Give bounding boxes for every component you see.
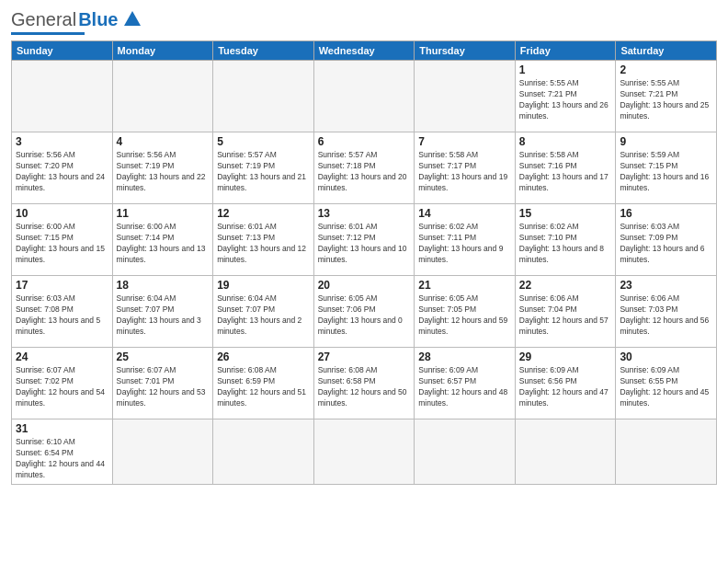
- day-header-monday: Monday: [112, 41, 213, 61]
- day-info: Sunrise: 5:55 AMSunset: 7:21 PMDaylight:…: [519, 78, 612, 122]
- calendar-cell: [313, 61, 415, 132]
- day-info: Sunrise: 6:02 AMSunset: 7:10 PMDaylight:…: [519, 222, 612, 266]
- day-info: Sunrise: 6:06 AMSunset: 7:03 PMDaylight:…: [620, 293, 712, 338]
- calendar-cell: 22Sunrise: 6:06 AMSunset: 7:04 PMDayligh…: [515, 276, 616, 348]
- day-number: 27: [318, 350, 411, 363]
- day-number: 19: [217, 279, 310, 292]
- page: General Blue SundayMondayTuesdayWednesda…: [0, 0, 728, 563]
- day-info: Sunrise: 5:56 AMSunset: 7:20 PMDaylight:…: [16, 150, 108, 194]
- day-number: 16: [620, 207, 712, 220]
- day-info: Sunrise: 5:55 AMSunset: 7:21 PMDaylight:…: [620, 78, 712, 122]
- day-info: Sunrise: 6:08 AMSunset: 6:59 PMDaylight:…: [217, 365, 310, 409]
- logo-blue: Blue: [78, 9, 118, 30]
- calendar-cell: 20Sunrise: 6:05 AMSunset: 7:06 PMDayligh…: [313, 276, 415, 348]
- day-number: 28: [418, 350, 511, 363]
- day-number: 7: [418, 135, 511, 148]
- calendar-cell: 5Sunrise: 5:57 AMSunset: 7:19 PMDaylight…: [213, 132, 314, 204]
- calendar-cell: [515, 419, 616, 485]
- day-info: Sunrise: 6:09 AMSunset: 6:56 PMDaylight:…: [519, 365, 612, 409]
- day-info: Sunrise: 5:57 AMSunset: 7:18 PMDaylight:…: [318, 150, 411, 194]
- calendar-cell: 15Sunrise: 6:02 AMSunset: 7:10 PMDayligh…: [515, 204, 616, 276]
- logo-underline: [11, 32, 85, 35]
- calendar-cell: 11Sunrise: 6:00 AMSunset: 7:14 PMDayligh…: [112, 204, 213, 276]
- calendar-cell: [12, 61, 113, 132]
- day-number: 6: [318, 135, 411, 148]
- calendar-cell: [616, 419, 717, 485]
- calendar-cell: [213, 61, 314, 132]
- logo: General Blue: [11, 9, 141, 35]
- calendar-cell: 4Sunrise: 5:56 AMSunset: 7:19 PMDaylight…: [112, 132, 213, 204]
- calendar-cell: 24Sunrise: 6:07 AMSunset: 7:02 PMDayligh…: [12, 348, 113, 419]
- calendar-week-5: 24Sunrise: 6:07 AMSunset: 7:02 PMDayligh…: [12, 348, 717, 419]
- day-header-saturday: Saturday: [616, 41, 717, 61]
- day-number: 23: [620, 279, 712, 292]
- day-number: 30: [620, 350, 712, 363]
- calendar-cell: 21Sunrise: 6:05 AMSunset: 7:05 PMDayligh…: [415, 276, 516, 348]
- calendar-cell: [415, 419, 516, 485]
- day-info: Sunrise: 6:06 AMSunset: 7:04 PMDaylight:…: [519, 293, 612, 338]
- day-number: 17: [16, 279, 108, 292]
- day-number: 20: [318, 279, 411, 292]
- calendar-cell: 14Sunrise: 6:02 AMSunset: 7:11 PMDayligh…: [415, 204, 516, 276]
- day-number: 4: [117, 135, 210, 148]
- day-number: 29: [519, 350, 612, 363]
- day-number: 25: [117, 350, 210, 363]
- day-info: Sunrise: 6:03 AMSunset: 7:08 PMDaylight:…: [16, 293, 108, 338]
- calendar-cell: 7Sunrise: 5:58 AMSunset: 7:17 PMDaylight…: [415, 132, 516, 204]
- calendar-week-6: 31Sunrise: 6:10 AMSunset: 6:54 PMDayligh…: [12, 419, 717, 485]
- day-info: Sunrise: 5:56 AMSunset: 7:19 PMDaylight:…: [117, 150, 210, 194]
- logo-triangle-icon: [124, 11, 141, 29]
- calendar-cell: 31Sunrise: 6:10 AMSunset: 6:54 PMDayligh…: [12, 419, 113, 485]
- logo-wordmark: General Blue: [11, 9, 141, 30]
- day-info: Sunrise: 6:10 AMSunset: 6:54 PMDaylight:…: [16, 437, 108, 481]
- day-info: Sunrise: 6:07 AMSunset: 7:01 PMDaylight:…: [117, 365, 210, 409]
- day-number: 11: [117, 207, 210, 220]
- day-info: Sunrise: 5:58 AMSunset: 7:17 PMDaylight:…: [418, 150, 511, 194]
- day-number: 10: [16, 207, 108, 220]
- calendar-cell: 12Sunrise: 6:01 AMSunset: 7:13 PMDayligh…: [213, 204, 314, 276]
- day-info: Sunrise: 6:09 AMSunset: 6:55 PMDaylight:…: [620, 365, 712, 409]
- calendar-cell: 30Sunrise: 6:09 AMSunset: 6:55 PMDayligh…: [616, 348, 717, 419]
- calendar-cell: 13Sunrise: 6:01 AMSunset: 7:12 PMDayligh…: [313, 204, 415, 276]
- day-info: Sunrise: 6:05 AMSunset: 7:05 PMDaylight:…: [418, 293, 511, 338]
- day-number: 5: [217, 135, 310, 148]
- day-info: Sunrise: 6:07 AMSunset: 7:02 PMDaylight:…: [16, 365, 108, 409]
- calendar-cell: 19Sunrise: 6:04 AMSunset: 7:07 PMDayligh…: [213, 276, 314, 348]
- day-info: Sunrise: 6:00 AMSunset: 7:14 PMDaylight:…: [117, 222, 210, 266]
- calendar-cell: 17Sunrise: 6:03 AMSunset: 7:08 PMDayligh…: [12, 276, 113, 348]
- calendar-week-1: 1Sunrise: 5:55 AMSunset: 7:21 PMDaylight…: [12, 61, 717, 132]
- day-info: Sunrise: 6:04 AMSunset: 7:07 PMDaylight:…: [217, 293, 310, 338]
- logo-general: General: [11, 9, 76, 30]
- day-number: 15: [519, 207, 612, 220]
- day-header-thursday: Thursday: [415, 41, 516, 61]
- svg-marker-0: [124, 11, 141, 26]
- day-number: 22: [519, 279, 612, 292]
- day-number: 13: [318, 207, 411, 220]
- day-info: Sunrise: 6:05 AMSunset: 7:06 PMDaylight:…: [318, 293, 411, 338]
- calendar-cell: 23Sunrise: 6:06 AMSunset: 7:03 PMDayligh…: [616, 276, 717, 348]
- day-info: Sunrise: 6:01 AMSunset: 7:12 PMDaylight:…: [318, 222, 411, 266]
- day-header-friday: Friday: [515, 41, 616, 61]
- day-number: 2: [620, 63, 712, 76]
- calendar-table: SundayMondayTuesdayWednesdayThursdayFrid…: [11, 40, 717, 485]
- calendar-cell: 16Sunrise: 6:03 AMSunset: 7:09 PMDayligh…: [616, 204, 717, 276]
- calendar-cell: 29Sunrise: 6:09 AMSunset: 6:56 PMDayligh…: [515, 348, 616, 419]
- calendar-cell: 26Sunrise: 6:08 AMSunset: 6:59 PMDayligh…: [213, 348, 314, 419]
- day-info: Sunrise: 6:08 AMSunset: 6:58 PMDaylight:…: [318, 365, 411, 409]
- calendar-cell: [112, 419, 213, 485]
- day-header-sunday: Sunday: [12, 41, 113, 61]
- day-header-tuesday: Tuesday: [213, 41, 314, 61]
- calendar-cell: 28Sunrise: 6:09 AMSunset: 6:57 PMDayligh…: [415, 348, 516, 419]
- day-number: 24: [16, 350, 108, 363]
- day-info: Sunrise: 6:01 AMSunset: 7:13 PMDaylight:…: [217, 222, 310, 266]
- day-number: 1: [519, 63, 612, 76]
- day-number: 3: [16, 135, 108, 148]
- calendar-cell: 6Sunrise: 5:57 AMSunset: 7:18 PMDaylight…: [313, 132, 415, 204]
- calendar-cell: [415, 61, 516, 132]
- calendar-cell: 18Sunrise: 6:04 AMSunset: 7:07 PMDayligh…: [112, 276, 213, 348]
- day-info: Sunrise: 5:59 AMSunset: 7:15 PMDaylight:…: [620, 150, 712, 194]
- day-number: 9: [620, 135, 712, 148]
- day-number: 26: [217, 350, 310, 363]
- calendar-header-row: SundayMondayTuesdayWednesdayThursdayFrid…: [12, 41, 717, 61]
- day-info: Sunrise: 6:04 AMSunset: 7:07 PMDaylight:…: [117, 293, 210, 338]
